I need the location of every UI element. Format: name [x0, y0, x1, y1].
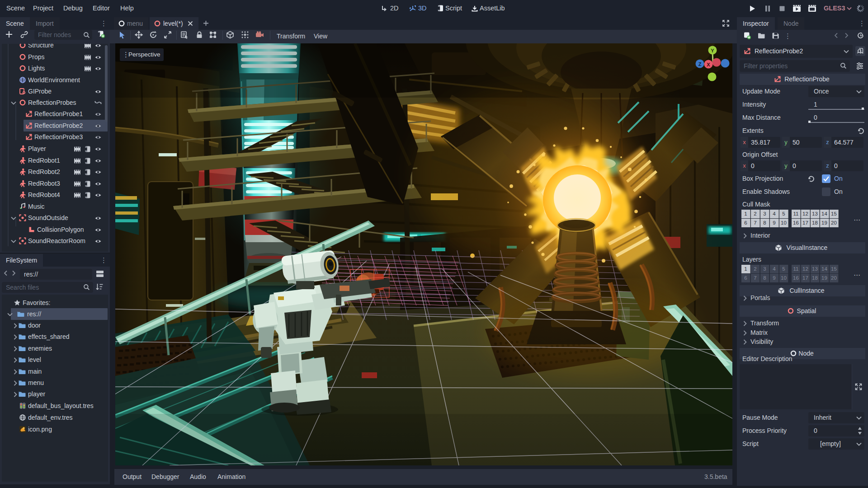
svg-text:Z: Z	[698, 61, 702, 67]
svg-text:Y: Y	[711, 48, 714, 53]
svg-text:X: X	[707, 62, 710, 67]
